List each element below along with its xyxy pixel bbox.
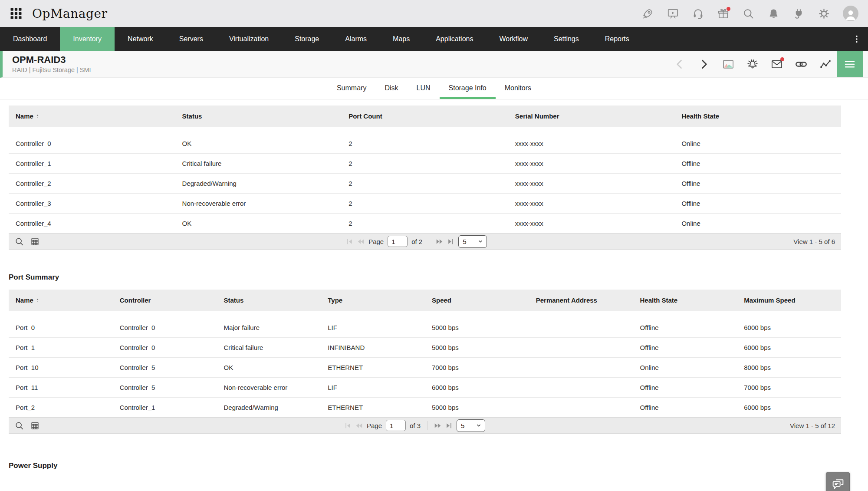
feedback-chat-button[interactable] <box>826 472 850 491</box>
table-row[interactable]: Controller_4OK2xxxx-xxxxOnline <box>9 214 841 234</box>
column-header-permanent-address[interactable]: Permanent Address <box>529 290 633 311</box>
table-search-icon[interactable] <box>15 237 24 246</box>
first-page-button[interactable] <box>344 422 352 429</box>
tab-items: SummaryDiskLUNStorage InfoMonitors <box>328 78 540 99</box>
column-header-name[interactable]: Name <box>9 105 175 127</box>
bell-icon[interactable] <box>768 8 779 20</box>
storage-info-content: NameStatusPort CountSerial NumberHealth … <box>0 99 868 470</box>
nav-item-virtualization[interactable]: Virtualization <box>216 27 282 51</box>
page-input[interactable] <box>388 236 408 247</box>
chevron-right-icon[interactable] <box>698 58 710 70</box>
column-header-serial-number[interactable]: Serial Number <box>508 105 675 127</box>
cell-health-state: Offline <box>674 194 841 214</box>
column-header-health-state[interactable]: Health State <box>633 290 737 311</box>
column-header-port-count[interactable]: Port Count <box>342 105 508 127</box>
cell-permanent-address <box>529 318 633 338</box>
nav-item-applications[interactable]: Applications <box>423 27 486 51</box>
tab-lun[interactable]: LUN <box>408 78 440 99</box>
cell-health-state: Offline <box>633 338 737 358</box>
nav-item-alarms[interactable]: Alarms <box>332 27 380 51</box>
nav-item-storage[interactable]: Storage <box>282 27 332 51</box>
nav-item-maps[interactable]: Maps <box>380 27 423 51</box>
column-header-controller[interactable]: Controller <box>113 290 217 311</box>
rocket-icon[interactable] <box>642 8 654 20</box>
cell-name: Port_11 <box>9 378 113 398</box>
link-icon[interactable] <box>795 58 807 70</box>
cell-serial-number: xxxx-xxxx <box>508 134 675 154</box>
gift-icon[interactable] <box>717 8 729 20</box>
column-chooser-icon[interactable] <box>30 421 39 430</box>
next-page-button[interactable] <box>436 238 443 245</box>
nav-item-settings[interactable]: Settings <box>541 27 592 51</box>
tab-storage-info[interactable]: Storage Info <box>440 78 496 99</box>
column-header-status[interactable]: Status <box>217 290 321 311</box>
tab-disk[interactable]: Disk <box>375 78 407 99</box>
table-row[interactable]: Port_10Controller_5OKETHERNET7000 bpsOnl… <box>9 358 841 378</box>
nav-item-inventory[interactable]: Inventory <box>60 27 115 51</box>
tab-summary[interactable]: Summary <box>328 78 375 99</box>
graph-icon[interactable] <box>819 58 832 70</box>
cell-name: Port_0 <box>9 318 113 338</box>
table-row[interactable]: Controller_2Degraded/Warning2xxxx-xxxxOf… <box>9 174 841 194</box>
table-row[interactable]: Port_1Controller_0Critical failureINFINI… <box>9 338 841 358</box>
table-row[interactable]: Controller_0OK2xxxx-xxxxOnline <box>9 134 841 154</box>
nav-item-workflow[interactable]: Workflow <box>486 27 541 51</box>
page-input[interactable] <box>386 420 406 431</box>
nav-overflow-kebab-icon[interactable] <box>845 27 868 51</box>
column-header-health-state[interactable]: Health State <box>674 105 841 127</box>
column-header-speed[interactable]: Speed <box>425 290 529 311</box>
last-page-button[interactable] <box>445 422 453 429</box>
page-size-select[interactable]: 5 <box>458 235 487 248</box>
plug-icon[interactable] <box>793 8 805 20</box>
cell-maximum-speed: 6000 bps <box>737 318 841 338</box>
column-chooser-icon[interactable] <box>30 237 39 246</box>
presentation-icon[interactable] <box>667 8 679 20</box>
page-size-select[interactable]: 5 <box>457 419 485 432</box>
user-avatar[interactable] <box>843 6 858 21</box>
column-header-maximum-speed[interactable]: Maximum Speed <box>737 290 841 311</box>
gear-icon[interactable] <box>818 8 830 20</box>
table-row[interactable]: Controller_1Critical failure2xxxx-xxxxOf… <box>9 154 841 174</box>
first-page-button[interactable] <box>346 238 353 245</box>
nav-item-dashboard[interactable]: Dashboard <box>0 27 60 51</box>
cell-type: INFINIBAND <box>321 338 425 358</box>
image-icon[interactable] <box>722 58 734 70</box>
chevron-left-icon[interactable] <box>674 58 686 70</box>
nav-item-network[interactable]: Network <box>115 27 166 51</box>
cell-speed: 5000 bps <box>425 398 529 418</box>
table-row[interactable]: Controller_3Non-recoverable error2xxxx-x… <box>9 194 841 214</box>
cell-status: Degraded/Warning <box>175 174 342 194</box>
alarm-bell-icon[interactable] <box>746 58 759 70</box>
previous-page-button[interactable] <box>357 238 365 245</box>
table-row[interactable]: Port_2Controller_1Degraded/WarningETHERN… <box>9 398 841 418</box>
cell-controller: Controller_5 <box>113 358 217 378</box>
opmanager-app: OpManager DashboardInventoryNetworkServe… <box>0 0 868 491</box>
tab-monitors[interactable]: Monitors <box>496 78 540 99</box>
cell-status: Critical failure <box>175 154 342 174</box>
cell-health-state: Offline <box>633 318 737 338</box>
cell-port-count: 2 <box>342 214 508 234</box>
table-row[interactable]: Port_11Controller_5Non-recoverable error… <box>9 378 841 398</box>
column-header-name[interactable]: Name <box>9 290 113 311</box>
headset-icon[interactable] <box>692 8 704 20</box>
table-row[interactable]: Port_0Controller_0Major failureLIF5000 b… <box>9 318 841 338</box>
device-menu-button[interactable] <box>837 51 863 77</box>
view-range-label: View 1 - 5 of 12 <box>790 422 835 429</box>
previous-page-button[interactable] <box>355 422 363 429</box>
port-table-section: NameControllerStatusTypeSpeedPermanent A… <box>9 290 841 434</box>
nav-item-reports[interactable]: Reports <box>592 27 642 51</box>
next-page-button[interactable] <box>434 422 441 429</box>
cell-health-state: Offline <box>633 378 737 398</box>
page-count-label: of 2 <box>411 238 422 245</box>
cell-type: LIF <box>321 318 425 338</box>
envelope-icon[interactable] <box>771 58 783 70</box>
apps-grid-icon[interactable] <box>10 7 23 20</box>
column-header-status[interactable]: Status <box>175 105 342 127</box>
column-header-type[interactable]: Type <box>321 290 425 311</box>
last-page-button[interactable] <box>447 238 454 245</box>
nav-item-servers[interactable]: Servers <box>166 27 216 51</box>
port-summary-title: Port Summary <box>9 273 841 282</box>
table-search-icon[interactable] <box>15 421 24 430</box>
cell-name: Controller_3 <box>9 194 175 214</box>
search-icon[interactable] <box>743 8 754 20</box>
